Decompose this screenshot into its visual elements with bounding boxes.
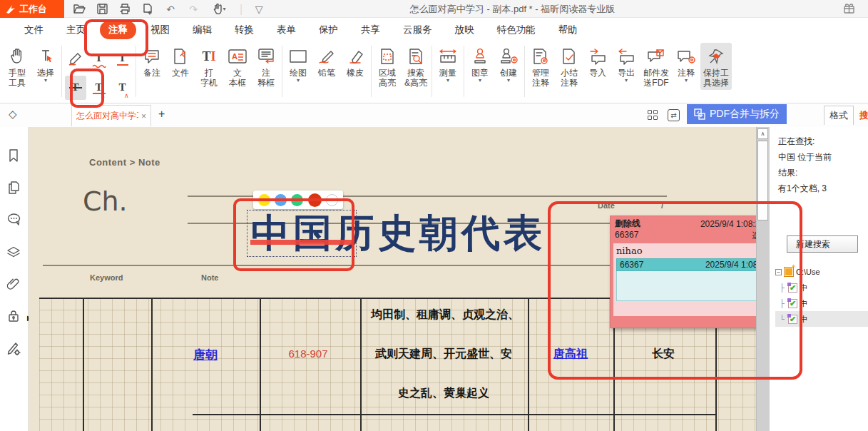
reply-input-area[interactable] xyxy=(616,271,773,301)
strikeout-text-button[interactable]: T xyxy=(65,76,86,100)
layers-panel-button[interactable] xyxy=(6,245,22,260)
highlight-text-button[interactable] xyxy=(65,46,86,71)
color-swatch-white[interactable] xyxy=(326,194,338,206)
collapse-icon[interactable]: − xyxy=(775,269,782,275)
ruler-icon xyxy=(439,45,457,68)
stamp-dropdown-arrow[interactable]: ▾ xyxy=(479,78,481,83)
eraser-button[interactable]: 橡皮 xyxy=(341,43,369,80)
menu-tab-comment[interactable]: 注释 xyxy=(100,21,136,39)
text-markup-group: T T T T∧ T∧ xyxy=(63,43,134,102)
pencil-button[interactable]: 铅笔 xyxy=(312,43,341,80)
manage-comments-button[interactable]: 管理 注释 xyxy=(526,43,555,90)
new-page-button[interactable] xyxy=(141,3,154,16)
popup-comment-text[interactable]: nihao xyxy=(616,245,773,256)
security-panel-button[interactable] xyxy=(6,309,22,325)
switch-document-icon[interactable]: ⇄ xyxy=(668,109,680,121)
dynasty-link[interactable]: 唐朝 xyxy=(193,347,218,363)
export-dropdown-arrow[interactable]: ▾ xyxy=(625,78,628,83)
textbox-button[interactable]: A 文 本框 xyxy=(223,43,252,90)
tree-result-row[interactable]: ├ 中 xyxy=(775,295,868,311)
scrollbar-thumb[interactable] xyxy=(757,141,768,220)
menu-tab-edit[interactable]: 编辑 xyxy=(184,21,220,39)
document-scrollbar[interactable]: ∧ xyxy=(756,127,769,431)
measure-button[interactable]: 测量 ▾ xyxy=(434,43,462,86)
replace-text-button[interactable]: T∧ xyxy=(88,76,110,100)
menu-tab-features[interactable]: 特色功能 xyxy=(489,21,544,39)
menu-tab-convert[interactable]: 转换 xyxy=(226,21,262,39)
squiggly-underline-button[interactable]: T xyxy=(88,46,110,71)
email-fdf-button[interactable]: 邮件发 送FDF xyxy=(640,43,672,90)
strikeout-annotation[interactable] xyxy=(250,240,354,245)
select-dropdown-arrow[interactable]: ▾ xyxy=(44,78,47,83)
drawing-dropdown-arrow[interactable]: ▾ xyxy=(297,78,300,83)
menu-tab-file[interactable]: 文件 xyxy=(16,21,52,39)
comment-popup-note[interactable]: 删除线 2025/9/4 1:08:29 × 66367 选项 ▾ nihao … xyxy=(610,216,780,328)
search-panel-tab[interactable]: 搜 xyxy=(859,109,868,122)
comment-settings-button[interactable]: 注释 ▾ xyxy=(672,43,700,86)
new-tab-button[interactable]: + xyxy=(158,108,165,121)
eraser-diamond-icon[interactable]: ◇ xyxy=(9,108,17,121)
insert-text-button[interactable]: T∧ xyxy=(112,76,133,100)
menu-tab-home[interactable]: 主页 xyxy=(58,21,94,39)
menu-tab-view[interactable]: 视图 xyxy=(142,21,178,39)
note-column-label: Note xyxy=(201,273,218,282)
comment-dropdown-arrow[interactable]: ▾ xyxy=(685,78,688,83)
open-file-button[interactable] xyxy=(73,3,86,16)
result-check-icon xyxy=(788,283,797,293)
close-tab-icon[interactable]: × xyxy=(141,111,146,121)
popup-body[interactable]: nihao 66367 2025/9/4 1:08:29 xyxy=(613,243,776,316)
gift-promo-icon[interactable] xyxy=(843,2,855,17)
area-highlight-icon xyxy=(379,45,396,68)
color-swatch-red-selected[interactable] xyxy=(308,193,322,207)
tree-root-row[interactable]: − C:\Use xyxy=(775,264,868,280)
document-tab[interactable]: 怎么面对高中学习 - ... × xyxy=(71,105,151,126)
pdf-merge-split-button[interactable]: PDF合并与拆分 xyxy=(687,104,787,124)
menu-tab-cloud[interactable]: 云服务 xyxy=(394,21,441,39)
tree-result-row[interactable]: ├ 中 xyxy=(775,280,868,295)
underline-text-button[interactable]: T xyxy=(112,46,133,71)
file-attachment-button[interactable]: 文件 xyxy=(166,43,195,80)
color-swatch-green[interactable] xyxy=(291,194,303,206)
stamp-button[interactable]: 图章 ▾ xyxy=(466,43,494,86)
callout-button[interactable]: 注 释框 xyxy=(252,43,280,90)
menu-tab-form[interactable]: 表单 xyxy=(268,21,305,39)
tree-result-row-selected[interactable]: └ 中 xyxy=(775,311,868,327)
select-tool-button[interactable]: 选择 ▾ xyxy=(31,43,60,86)
bookmarks-panel-button[interactable] xyxy=(6,148,22,164)
export-comments-button[interactable]: 导出 ▾ xyxy=(612,43,640,86)
create-stamp-button[interactable]: 创建 ▾ xyxy=(494,43,523,86)
format-panel-tab[interactable]: 格式 xyxy=(824,106,854,125)
grid-view-icon[interactable] xyxy=(648,110,658,121)
summarize-comments-button[interactable]: 小结 注释 xyxy=(555,43,583,90)
typewriter-button[interactable]: TI 打 字机 xyxy=(195,43,223,90)
document-page[interactable]: Content > Note Ch. Keyword Note Date / 中… xyxy=(29,127,785,431)
workspace-button[interactable]: 工作台 xyxy=(0,0,64,18)
hand-tool-button[interactable]: 手型 工具 xyxy=(3,43,31,90)
note-comment-button[interactable]: 备注 xyxy=(138,43,166,80)
popup-reply-row[interactable]: 66367 2025/9/4 1:08:29 xyxy=(616,258,773,271)
color-swatch-blue[interactable] xyxy=(275,194,287,206)
text-selection-box[interactable] xyxy=(247,210,357,257)
color-swatch-yellow[interactable] xyxy=(258,194,270,206)
menu-tab-protect[interactable]: 保护 xyxy=(310,21,347,39)
signatures-panel-button[interactable] xyxy=(6,341,22,357)
menu-tab-help[interactable]: 帮助 xyxy=(550,21,586,39)
new-search-button[interactable]: 新建搜索 xyxy=(787,235,858,253)
results-value: 有1个文档, 3 xyxy=(778,183,827,195)
menu-tab-present[interactable]: 放映 xyxy=(446,21,483,39)
import-comments-button[interactable]: 导入 xyxy=(583,43,612,80)
keep-tool-selected-button[interactable]: 保持工 具选择 xyxy=(700,43,732,90)
area-highlight-button[interactable]: 区域 高亮 xyxy=(373,43,402,90)
save-button[interactable] xyxy=(96,3,108,16)
scroll-up-button[interactable]: ∧ xyxy=(757,128,768,139)
print-button[interactable] xyxy=(118,3,131,16)
menu-tab-share[interactable]: 共享 xyxy=(352,21,389,39)
measure-dropdown-arrow[interactable]: ▾ xyxy=(446,78,449,83)
pages-panel-button[interactable] xyxy=(6,181,22,196)
founder-link[interactable]: 唐高祖 xyxy=(553,347,588,362)
create-dropdown-arrow[interactable]: ▾ xyxy=(507,78,510,83)
drawing-button[interactable]: 绘图 ▾ xyxy=(284,43,312,86)
comments-panel-button[interactable] xyxy=(6,213,22,228)
attachments-panel-button[interactable] xyxy=(6,277,22,293)
search-highlight-button[interactable]: 搜索 &高亮 xyxy=(402,43,430,90)
